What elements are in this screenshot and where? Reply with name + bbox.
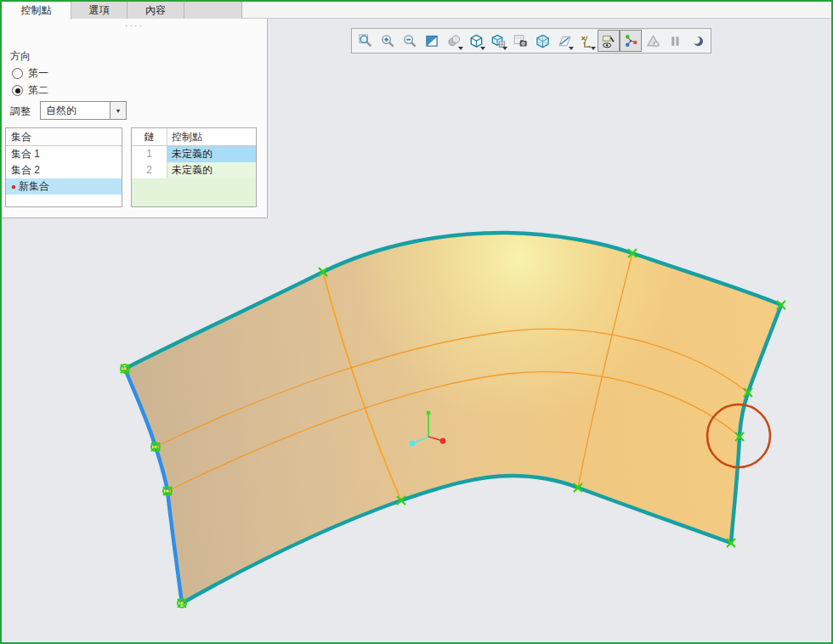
analysis-button <box>642 30 664 52</box>
chain-value[interactable]: 未定義的 <box>167 146 256 162</box>
chevron-down-icon[interactable]: ▼ <box>110 102 126 119</box>
control-points-panel: ···· 方向 第一 第二 調整 自然的 ▼ 集合 集合 1 集合 2 ● 新集… <box>2 19 268 218</box>
pause-icon <box>667 33 683 49</box>
dragger-toggle-icon <box>623 33 639 49</box>
resume-button <box>686 30 708 52</box>
set1-label: 集合 1 <box>11 146 40 162</box>
table-row[interactable]: 1 未定義的 <box>132 146 256 162</box>
tab-blank <box>184 2 242 19</box>
capture-button[interactable] <box>509 30 531 52</box>
panel-drag-handle[interactable]: ···· <box>2 20 267 31</box>
pause-button <box>664 30 686 52</box>
zoom-in-icon <box>380 33 396 49</box>
direction-option-first[interactable]: 第一 <box>12 66 48 81</box>
radio-second-icon[interactable] <box>12 85 23 96</box>
chain-number: 2 <box>132 162 167 178</box>
sets-list-header: 集合 <box>6 128 122 146</box>
surface-highlight <box>125 233 781 603</box>
preview-toggle-icon <box>601 33 617 49</box>
datum-display-button[interactable] <box>553 30 575 52</box>
graphics-toolbar <box>351 28 711 54</box>
zoom-in-button[interactable] <box>377 30 399 52</box>
list-item-new-set[interactable]: ● 新集合 <box>6 178 122 195</box>
dragger-toggle-button[interactable] <box>620 30 642 52</box>
chains-table: 鏈 控制點 1 未定義的 2 未定義的 <box>131 127 257 207</box>
chain-value[interactable]: 未定義的 <box>167 162 256 178</box>
active-set-bullet-icon: ● <box>11 178 16 195</box>
adjust-label: 調整 <box>10 105 31 119</box>
tab-bar-spacer <box>242 2 831 18</box>
view-normal-button[interactable] <box>531 30 553 52</box>
list-item-set1[interactable]: 集合 1 <box>6 146 122 162</box>
menu-caret-icon <box>502 47 507 50</box>
zoom-out-button[interactable] <box>399 30 421 52</box>
radio-second-label: 第二 <box>28 83 48 98</box>
adjust-dropdown[interactable]: 自然的 ▼ <box>40 101 127 120</box>
resume-icon <box>689 33 706 49</box>
zoom-out-icon <box>402 33 418 49</box>
repaint-button[interactable] <box>421 30 443 52</box>
repaint-icon <box>424 33 440 49</box>
shading-style-button[interactable] <box>443 30 465 52</box>
set2-label: 集合 2 <box>11 162 40 178</box>
tab-properties[interactable]: 內容 <box>128 2 184 19</box>
menu-caret-icon <box>480 47 485 50</box>
table-row[interactable]: 2 未定義的 <box>132 162 256 178</box>
menu-caret-icon <box>458 47 463 50</box>
app-window: 控制點 選項 內容 ···· 方向 第一 第二 調整 自然的 ▼ 集合 集合 1 <box>0 0 833 644</box>
tab-control-points[interactable]: 控制點 <box>2 2 71 20</box>
menu-caret-icon <box>591 47 596 50</box>
list-item-set2[interactable]: 集合 2 <box>6 162 122 178</box>
zoom-region-button[interactable] <box>354 30 377 52</box>
view-normal-icon <box>535 33 551 49</box>
tab-options[interactable]: 選項 <box>71 2 128 19</box>
capture-icon <box>513 33 529 49</box>
chain-number: 1 <box>132 146 167 162</box>
col-controlpoints-header: 控制點 <box>167 128 256 145</box>
zoom-region-icon <box>358 33 374 49</box>
saved-views-button[interactable] <box>487 30 509 52</box>
sets-list: 集合 集合 1 集合 2 ● 新集合 <box>5 127 122 207</box>
radio-first-label: 第一 <box>28 66 48 81</box>
chains-table-header: 鏈 控制點 <box>132 128 256 146</box>
menu-caret-icon <box>569 47 574 50</box>
adjust-dropdown-value: 自然的 <box>41 102 110 119</box>
analysis-icon <box>645 33 661 49</box>
direction-option-second[interactable]: 第二 <box>12 83 48 98</box>
radio-first-icon[interactable] <box>12 68 23 79</box>
direction-label: 方向 <box>10 49 31 64</box>
new-set-label: 新集合 <box>19 178 49 195</box>
table-empty-area <box>132 178 256 206</box>
display-style-button[interactable] <box>465 30 487 52</box>
annotation-display-button[interactable] <box>575 30 598 52</box>
col-chain-header: 鏈 <box>132 128 167 145</box>
preview-toggle-button[interactable] <box>598 30 620 52</box>
tab-bar: 控制點 選項 內容 <box>2 2 831 19</box>
